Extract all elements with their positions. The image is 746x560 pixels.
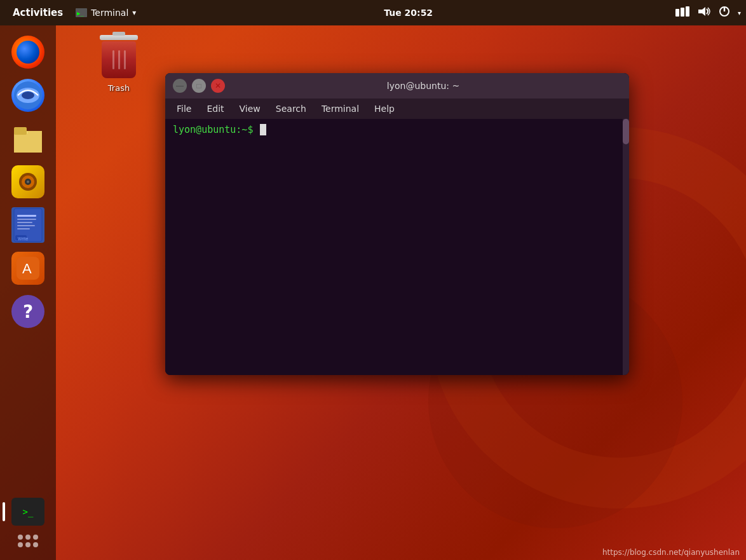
maximize-icon: □ <box>196 81 201 90</box>
firefox-icon <box>11 36 44 69</box>
terminal-window: — □ ✕ lyon@ubuntu: ~ File Edit View Sear… <box>165 73 629 375</box>
dock-item-help[interactable]: ? <box>8 291 48 332</box>
dot-5 <box>25 542 31 547</box>
terminal-menu-terminal[interactable]: Terminal <box>315 101 365 116</box>
svg-rect-21 <box>17 219 36 220</box>
trash-body <box>102 41 136 78</box>
svg-text:▶_: ▶_ <box>77 10 84 17</box>
terminal-menu-help[interactable]: Help <box>368 101 401 116</box>
terminal-window-buttons: — □ ✕ <box>173 79 225 93</box>
rhythmbox-icon <box>11 165 44 198</box>
power-icon[interactable] <box>719 6 730 20</box>
dock-item-rhythmbox[interactable] <box>8 161 48 202</box>
dock-item-files[interactable] <box>8 118 48 159</box>
app-dropdown-arrow[interactable]: ▾ <box>132 8 136 17</box>
svg-rect-13 <box>14 127 27 135</box>
trash-lines <box>112 50 126 69</box>
svg-text:Write: Write <box>18 236 28 241</box>
terminal-menu-view[interactable]: View <box>233 101 267 116</box>
appstore-icon: A <box>11 252 44 285</box>
topbar: Activities ▶_ Terminal ▾ Tue 20:52 <box>0 0 746 25</box>
terminal-title: lyon@ubuntu: ~ <box>225 81 621 91</box>
topbar-time: Tue 20:52 <box>384 8 433 18</box>
trash-label: Trash <box>108 83 130 93</box>
system-dropdown-icon[interactable]: ▾ <box>738 10 741 17</box>
svg-text:A: A <box>22 261 32 277</box>
volume-icon[interactable] <box>697 6 711 19</box>
terminal-minimize-button[interactable]: — <box>173 79 187 93</box>
dock-item-firefox[interactable] <box>8 32 48 72</box>
svg-rect-3 <box>681 8 684 17</box>
dot-4 <box>18 542 23 547</box>
trash-desktop-icon[interactable]: Trash <box>98 35 139 93</box>
close-icon: ✕ <box>215 81 221 90</box>
dock-item-writer[interactable]: Write <box>8 205 48 245</box>
svg-rect-2 <box>675 9 679 17</box>
trash-lid <box>100 35 138 40</box>
terminal-menu-edit[interactable]: Edit <box>200 101 230 116</box>
terminal-menu-search[interactable]: Search <box>269 101 313 116</box>
writer-icon: Write <box>11 207 44 243</box>
dock-item-thunderbird[interactable] <box>8 75 48 116</box>
svg-rect-24 <box>17 228 30 229</box>
svg-point-17 <box>27 181 29 183</box>
app-menu[interactable]: ▶_ Terminal ▾ <box>71 8 141 18</box>
terminal-content[interactable]: lyon@ubuntu:~$ <box>165 119 629 375</box>
dock-item-appstore[interactable]: A <box>8 248 48 289</box>
svg-marker-5 <box>698 7 705 16</box>
thunderbird-icon <box>11 79 44 112</box>
topbar-right-icons: ▾ <box>675 6 741 20</box>
dot-6 <box>33 542 38 547</box>
terminal-scrollbar-thumb[interactable] <box>623 119 629 144</box>
help-icon: ? <box>11 295 44 328</box>
minimize-icon: — <box>176 81 184 90</box>
trash-icon-graphic <box>98 35 139 81</box>
activities-button[interactable]: Activities <box>5 7 71 18</box>
svg-rect-20 <box>17 215 36 217</box>
terminal-menu-icon: ▶_ <box>76 8 87 17</box>
svg-rect-22 <box>17 222 32 223</box>
terminal-scrollbar[interactable] <box>623 119 629 375</box>
dot-2 <box>25 535 31 540</box>
terminal-menu-file[interactable]: File <box>170 101 198 116</box>
terminal-titlebar: — □ ✕ lyon@ubuntu: ~ <box>165 73 629 99</box>
terminal-prompt: lyon@ubuntu:~$ <box>173 124 259 135</box>
terminal-maximize-button[interactable]: □ <box>192 79 206 93</box>
terminal-menubar: File Edit View Search Terminal Help <box>165 99 629 119</box>
terminal-dock-icon: >_ <box>11 498 44 526</box>
svg-rect-23 <box>17 225 35 226</box>
bottom-url: https://blog.csdn.net/qianyushenlan <box>602 548 740 557</box>
dock-item-terminal[interactable]: >_ <box>8 491 48 532</box>
dock: Write A ? >_ <box>0 25 56 560</box>
dot-3 <box>33 535 38 540</box>
files-icon <box>11 122 44 155</box>
dot-1 <box>18 535 23 540</box>
svg-rect-4 <box>686 6 689 17</box>
network-icon[interactable] <box>675 6 689 19</box>
app-name-label: Terminal <box>91 8 128 18</box>
dock-apps-grid[interactable] <box>18 535 38 547</box>
svg-point-10 <box>22 92 34 99</box>
terminal-close-button[interactable]: ✕ <box>211 79 225 93</box>
terminal-cursor <box>260 124 266 135</box>
